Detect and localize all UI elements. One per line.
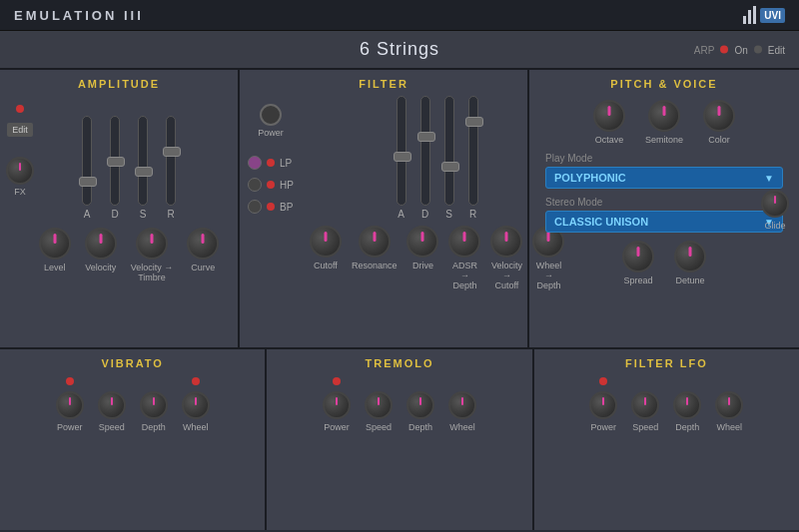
filter-label-d: D bbox=[421, 209, 428, 220]
logo-bar-2 bbox=[748, 10, 751, 24]
vibrato-wheel-label: Wheel bbox=[183, 422, 209, 432]
resonance-knob[interactable] bbox=[359, 226, 391, 258]
vibrato-depth-knob[interactable] bbox=[140, 391, 168, 419]
vibrato-wheel-knob[interactable] bbox=[182, 391, 210, 419]
filter-lfo-knobs: Power Speed Depth Wheel bbox=[542, 377, 791, 432]
octave-knob[interactable] bbox=[593, 100, 625, 132]
filter-slider-s: S bbox=[444, 96, 454, 220]
glide-knob[interactable] bbox=[761, 190, 789, 218]
amp-knobs-row: Level Velocity Velocity →Timbre Curve bbox=[28, 228, 230, 282]
arp-edit-dot[interactable] bbox=[754, 46, 762, 54]
lp-button[interactable]: LP bbox=[248, 156, 294, 170]
spread-col: Spread bbox=[622, 241, 654, 285]
amp-thumb-a[interactable] bbox=[79, 177, 97, 187]
arp-edit-button[interactable]: Edit bbox=[768, 44, 785, 55]
velocity-timbre-knob[interactable] bbox=[136, 228, 168, 260]
amp-slider-track-a[interactable] bbox=[82, 116, 92, 206]
amp-thumb-r[interactable] bbox=[163, 147, 181, 157]
filter-content: Power LP HP bbox=[248, 96, 519, 290]
spread-label: Spread bbox=[623, 275, 652, 285]
filter-knob-resonance: Resonance bbox=[352, 226, 398, 290]
tremolo-knobs: Power Speed Depth Wheel bbox=[275, 377, 523, 432]
filter-sliders: A D S bbox=[310, 100, 565, 220]
side-controls: Edit FX bbox=[6, 105, 34, 197]
adsr-depth-label: ADSR →Depth bbox=[448, 261, 480, 290]
filter-track-s[interactable] bbox=[444, 96, 454, 206]
flfo-depth-knob[interactable] bbox=[673, 391, 701, 419]
tremolo-speed-label: Speed bbox=[366, 422, 392, 432]
tremolo-speed-knob[interactable] bbox=[365, 391, 393, 419]
pitch-top-knobs: Octave Semitone Color bbox=[537, 100, 791, 145]
edit-button[interactable]: Edit bbox=[7, 123, 33, 137]
filter-power-knob[interactable] bbox=[260, 104, 282, 126]
vibrato-panel: VIBRATO Power Speed Depth bbox=[0, 349, 267, 530]
stereo-mode-value: CLASSIC UNISON bbox=[554, 216, 648, 228]
flfo-wheel-col: Wheel bbox=[715, 377, 743, 432]
glide-area: Glide bbox=[761, 190, 789, 231]
filter-thumb-r[interactable] bbox=[465, 117, 483, 127]
amp-label-r: R bbox=[167, 209, 174, 220]
detune-knob[interactable] bbox=[674, 241, 706, 272]
filter-power-area: Power bbox=[258, 104, 284, 138]
header: EMULATION III UVI bbox=[0, 0, 799, 31]
amp-side-knob[interactable] bbox=[6, 157, 34, 185]
arp-on-dot[interactable] bbox=[720, 46, 728, 54]
play-mode-value: POLYPHONIC bbox=[554, 172, 626, 184]
curve-knob[interactable] bbox=[187, 228, 219, 260]
fx-label: FX bbox=[6, 187, 34, 197]
arp-on-button[interactable]: On bbox=[734, 44, 747, 55]
amp-slider-track-r[interactable] bbox=[166, 116, 176, 206]
filter-track-a[interactable] bbox=[397, 96, 406, 206]
filter-lfo-panel: FILTER LFO Power Speed Depth bbox=[534, 349, 799, 530]
amp-thumb-d[interactable] bbox=[107, 157, 125, 167]
arp-controls: ARP On Edit bbox=[694, 44, 785, 55]
velocity-knob[interactable] bbox=[85, 228, 117, 260]
glide-label: Glide bbox=[764, 221, 785, 231]
tremolo-depth-knob[interactable] bbox=[406, 391, 434, 419]
filter-track-r[interactable] bbox=[468, 96, 478, 206]
semitone-knob[interactable] bbox=[648, 100, 680, 132]
flfo-power-label: Power bbox=[591, 422, 617, 432]
filter-track-d[interactable] bbox=[420, 96, 430, 206]
tremolo-wheel-knob[interactable] bbox=[448, 391, 476, 419]
play-mode-dropdown[interactable]: POLYPHONIC ▼ bbox=[545, 167, 783, 189]
vel-cutoff-knob[interactable] bbox=[490, 226, 522, 258]
flfo-wheel-knob[interactable] bbox=[715, 391, 743, 419]
filter-label-r: R bbox=[469, 209, 476, 220]
color-knob[interactable] bbox=[703, 100, 735, 132]
stereo-mode-dropdown[interactable]: CLASSIC UNISON ▼ bbox=[545, 211, 783, 233]
filter-thumb-d[interactable] bbox=[417, 132, 435, 142]
tremolo-speed-col: Speed bbox=[365, 377, 393, 432]
amp-slider-track-d[interactable] bbox=[110, 116, 120, 206]
tremolo-power-dot bbox=[333, 377, 341, 385]
amp-thumb-s[interactable] bbox=[135, 167, 153, 177]
vibrato-power-knob[interactable] bbox=[56, 391, 84, 419]
hp-label: HP bbox=[280, 180, 294, 191]
filter-thumb-a[interactable] bbox=[394, 152, 411, 162]
spread-detune-row: Spread Detune bbox=[537, 241, 791, 285]
cutoff-knob[interactable] bbox=[310, 226, 342, 258]
vibrato-depth-col: Depth bbox=[140, 377, 168, 432]
amp-slider-track-s[interactable] bbox=[138, 116, 148, 206]
filter-lfo-label: FILTER LFO bbox=[542, 357, 791, 369]
flfo-speed-knob[interactable] bbox=[631, 391, 659, 419]
uvi-logo: UVI bbox=[760, 8, 785, 23]
bp-label: BP bbox=[280, 202, 293, 213]
adsr-depth-knob[interactable] bbox=[448, 226, 480, 258]
color-col: Color bbox=[703, 100, 735, 145]
vibrato-speed-knob[interactable] bbox=[98, 391, 126, 419]
filter-thumb-s[interactable] bbox=[441, 162, 459, 172]
hp-button[interactable]: HP bbox=[248, 178, 294, 192]
octave-label: Octave bbox=[595, 135, 624, 145]
tremolo-depth-label: Depth bbox=[408, 422, 432, 432]
filter-knobs-row: Cutoff Resonance Drive ADSR →Depth bbox=[310, 226, 565, 290]
drive-knob[interactable] bbox=[406, 226, 438, 258]
amp-knob-velocity: Velocity bbox=[85, 228, 117, 282]
spread-knob[interactable] bbox=[622, 241, 654, 272]
vibrato-wheel-col: Wheel bbox=[182, 377, 210, 432]
velocity-timbre-label: Velocity →Timbre bbox=[131, 263, 174, 282]
bp-button[interactable]: BP bbox=[248, 200, 294, 214]
flfo-power-knob[interactable] bbox=[589, 391, 617, 419]
level-knob[interactable] bbox=[39, 228, 71, 260]
tremolo-power-knob[interactable] bbox=[323, 391, 351, 419]
